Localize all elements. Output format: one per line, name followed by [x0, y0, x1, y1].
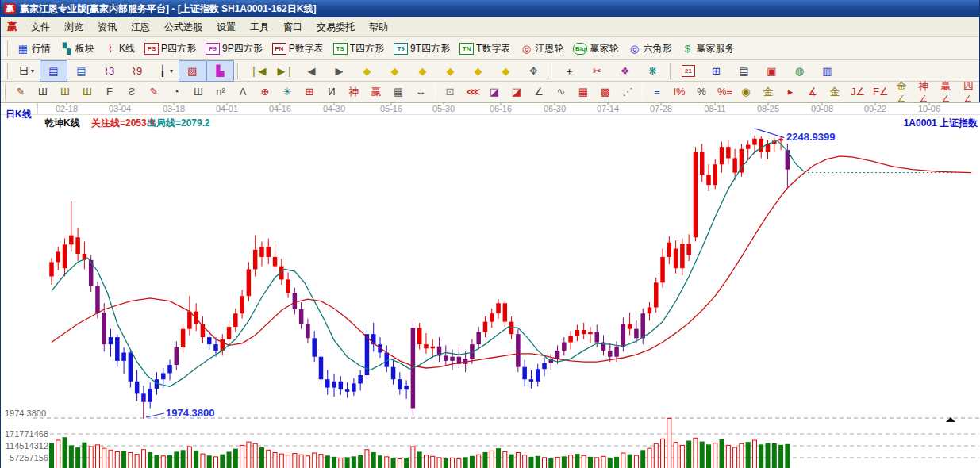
golden-comb-2-button[interactable]: Ш [76, 82, 98, 102]
9t-square-button[interactable]: T99T四方形 [389, 40, 455, 58]
toolbar-grip[interactable] [4, 84, 6, 100]
gann-comb-button[interactable]: Ш [32, 82, 54, 102]
color-histogram-button[interactable]: ▙ [206, 60, 234, 82]
candle-style-button[interactable]: ╽▾ [151, 60, 179, 82]
next-page-button[interactable]: ▶ [325, 60, 353, 82]
zigzag-button[interactable]: ∿ [550, 82, 572, 102]
expand-horizontal-button[interactable]: ◆ [409, 60, 436, 82]
drag-hand-button[interactable]: ✥ [520, 60, 548, 82]
volume-bars[interactable] [49, 418, 790, 468]
sectors-button[interactable]: ▚板块 [56, 40, 99, 58]
expand-vertical-button[interactable]: ◆ [464, 60, 492, 82]
trend-wave-button[interactable]: ▤ [40, 60, 67, 82]
menu-item-settings[interactable]: 设置 [209, 18, 243, 36]
shen-tool-button[interactable]: 神 [343, 82, 365, 102]
toolbar-grip[interactable] [4, 40, 8, 56]
menu-item-news[interactable]: 资讯 [90, 18, 124, 36]
crosshair-button[interactable]: ＋ [555, 60, 583, 82]
comb-plain-button[interactable]: Ш [187, 82, 209, 102]
gold-circle-button[interactable]: ◉ [735, 82, 757, 102]
hexagon-button[interactable]: ◎六角形 [623, 40, 676, 58]
four-angle-button[interactable]: 四∠ [957, 82, 979, 102]
menu-item-tools[interactable]: 工具 [243, 18, 276, 36]
shift-left-button[interactable]: ◆ [353, 60, 381, 82]
percent-level-button[interactable]: %≡ [713, 82, 735, 102]
draw-pen-button[interactable]: ✎ [10, 82, 32, 102]
gold-angle-button[interactable]: 金 [824, 82, 846, 102]
angle-ruler-button[interactable]: Λ [232, 82, 254, 102]
fan-box-red-button[interactable]: ◪ [505, 82, 528, 102]
magic-tool-button[interactable]: ❖ [611, 60, 639, 82]
t-square-button[interactable]: TST四方形 [329, 40, 389, 58]
winner-service-button[interactable]: $赢家服务 [676, 40, 739, 58]
golden-comb-1-button[interactable]: Ш [54, 82, 76, 102]
period-day-dropdown-arrow[interactable]: ▾ [31, 67, 34, 75]
ying-angle-button[interactable]: 赢∠ [935, 82, 957, 102]
kline-chart[interactable]: 02-1803-0403-1804-0104-1604-3005-1605-30… [1, 102, 980, 468]
toolbar-grip[interactable] [4, 63, 8, 79]
grid-ruler-button[interactable]: ▦ [387, 82, 409, 102]
pattern-overlay-button[interactable]: ▨ [179, 60, 206, 82]
percent-button[interactable]: % [690, 82, 713, 102]
multi-lines-button[interactable]: ⋰ [617, 82, 639, 102]
angle-lines-button[interactable]: ∠ [528, 82, 550, 102]
red-grid-1-button[interactable]: ▦ [572, 82, 594, 102]
wave-mark-button[interactable]: И [321, 82, 343, 102]
n-square-button[interactable]: n² [209, 82, 232, 102]
remote-pc-button[interactable]: ▥ [813, 60, 841, 82]
percent-line-button[interactable]: I% [668, 82, 690, 102]
f-comb-button[interactable]: F [98, 82, 121, 102]
bars-9-button[interactable]: ⌇9 [123, 60, 151, 82]
last-page-button[interactable]: ▶❘ [270, 60, 298, 82]
scissors-button[interactable]: ✂ [583, 60, 611, 82]
gann-circle-button[interactable]: ⊕ [254, 82, 276, 102]
angle-a-button[interactable]: ∡ [801, 82, 824, 102]
kline-button[interactable]: ⌇K线 [99, 40, 140, 58]
spiral-button[interactable]: Ƨ [121, 82, 143, 102]
shift-right-button[interactable]: ◆ [381, 60, 409, 82]
time-cycle-button[interactable]: ◔ [165, 82, 187, 102]
flag-brush-button[interactable]: ▸ [779, 82, 801, 102]
info-note-button[interactable]: ▤ [67, 60, 95, 82]
menu-item-formula-stock-pick[interactable]: 公式选股 [157, 18, 209, 36]
compress-all-button[interactable]: ◆ [492, 60, 520, 82]
winner-wheel-button[interactable]: Big赢家轮 [568, 40, 623, 58]
prev-page-button[interactable]: ◀ [298, 60, 325, 82]
period-day-button[interactable]: 日▾ [12, 60, 40, 82]
notepad-button[interactable]: ▤ [730, 60, 758, 82]
gold-lines-button[interactable]: 金 [757, 82, 779, 102]
menu-item-gann[interactable]: 江恩 [124, 18, 157, 36]
period-label[interactable]: 日K线 [6, 108, 32, 121]
grid-circle-button[interactable]: ⊞ [298, 82, 321, 102]
menu-item-file[interactable]: 文件 [24, 18, 57, 36]
t-digit-table-button[interactable]: TNT数字表 [455, 40, 515, 58]
fan-box-purple-button[interactable]: ◪ [483, 82, 505, 102]
width-arrows-button[interactable]: ↔ [409, 82, 432, 102]
price-ladder-button[interactable]: ≡ [646, 82, 668, 102]
menu-item-trade-entrust[interactable]: 交易委托 [309, 18, 362, 36]
shen-angle-button[interactable]: 神∠ [913, 82, 935, 102]
menu-item-help[interactable]: 帮助 [362, 18, 395, 36]
9p-square-button[interactable]: P99P四方形 [201, 40, 267, 58]
ying-tool-button[interactable]: 赢 [365, 82, 387, 102]
gold-angle-2-button[interactable]: 金∠ [890, 82, 913, 102]
red-grid-2-button[interactable]: ▩ [594, 82, 617, 102]
star-burst-button[interactable]: ✳ [276, 82, 298, 102]
bars-3-button[interactable]: ⌇3 [95, 60, 123, 82]
menu-item-browse[interactable]: 浏览 [57, 18, 90, 36]
j-angle-button[interactable]: J∠ [846, 82, 868, 102]
candle-style-dropdown-arrow[interactable]: ▾ [170, 67, 173, 75]
gann-wheel-button[interactable]: ◎江恩轮 [515, 40, 568, 58]
network-button[interactable]: ◍ [786, 60, 813, 82]
fan-lines-button[interactable]: ⋘ [461, 82, 483, 102]
f-angle-button[interactable]: F∠ [868, 82, 890, 102]
title-bar[interactable]: 赢 赢家江恩专业版[赢家内部服务平台] - [上证指数 SH1A0001-162… [1, 0, 979, 17]
box-ruler-button[interactable]: ⊡ [439, 82, 461, 102]
red-pen-button[interactable]: ✎ [143, 82, 165, 102]
menu-item-window[interactable]: 窗口 [276, 18, 309, 36]
save-button[interactable]: ▣ [758, 60, 786, 82]
compress-horizontal-button[interactable]: ◆ [436, 60, 464, 82]
quotes-button[interactable]: ▦行情 [12, 40, 56, 58]
calculator-button[interactable]: ⊞ [702, 60, 730, 82]
candles[interactable] [49, 136, 790, 418]
